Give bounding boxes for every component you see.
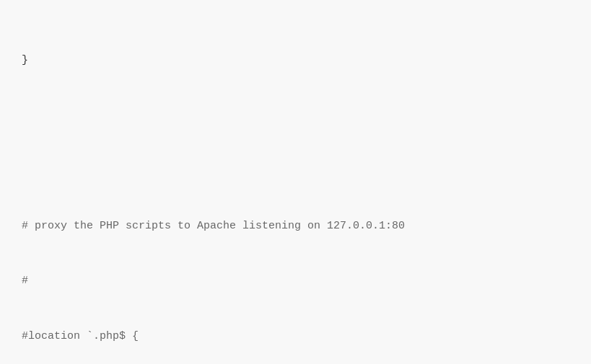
empty-line-2 (22, 161, 569, 180)
code-line-comment-2: # (22, 272, 569, 290)
code-line-comment-1: # proxy the PHP scripts to Apache listen… (22, 217, 569, 236)
code-line-comment-3: #location `.php$ { (22, 327, 569, 346)
code-editor: } # proxy the PHP scripts to Apache list… (0, 0, 591, 364)
empty-line-1 (22, 107, 569, 125)
code-line-1: } (22, 51, 569, 70)
